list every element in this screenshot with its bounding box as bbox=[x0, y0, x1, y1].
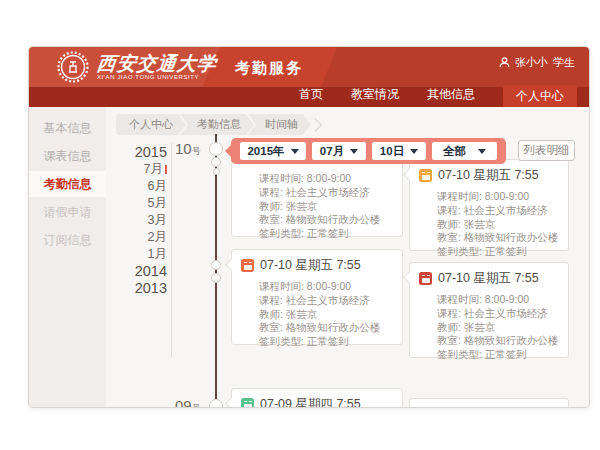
university-brand: 西安交通大学 XI'AN JIAO TONG UNIVERSITY 考勤服务 bbox=[57, 47, 303, 87]
scale-month-2[interactable]: 2月 bbox=[114, 229, 167, 246]
breadcrumb-personal-center[interactable]: 个人中心 bbox=[116, 114, 186, 135]
nav-item-classrooms[interactable]: 教室情况 bbox=[351, 86, 399, 107]
breadcrumb-chevron-icon bbox=[308, 117, 322, 131]
calendar-icon bbox=[419, 169, 432, 182]
attendance-card[interactable]: 07-10 星期五 7:55 课程时间: 8:00-9:00 课程: 社会主义市… bbox=[409, 159, 569, 251]
card-row-checkin-type: 签到类型: 正常签到 bbox=[232, 227, 402, 241]
year-dropdown[interactable]: 2015年 bbox=[240, 142, 306, 160]
day-marker-10[interactable]: 10号 bbox=[175, 140, 201, 158]
card-row-checkin-type: 签到类型: 正常签到 bbox=[232, 335, 402, 349]
attendance-card[interactable]: 07-10 星期五 7:55 课程时间: 8:00-9:00 课程: 社会主义市… bbox=[231, 249, 403, 345]
chevron-down-icon bbox=[350, 149, 358, 154]
scale-divider-line bbox=[171, 143, 172, 357]
university-logo-icon bbox=[57, 51, 89, 83]
user-menu[interactable]: 张小小 学生 bbox=[499, 55, 575, 70]
card-title: 07-10 星期五 7:55 bbox=[260, 257, 361, 274]
header-banner: 西安交通大学 XI'AN JIAO TONG UNIVERSITY 考勤服务 张… bbox=[29, 47, 589, 87]
attendance-card[interactable]: 07-10 星期五 7:55 课程时间: 8:00-9:00 课程: 社会主义市… bbox=[409, 262, 569, 358]
day-dropdown[interactable]: 10日 bbox=[372, 142, 426, 160]
content-area: 基本信息 课表信息 考勤信息 请假申请 订阅信息 个人中心 考勤信息 时间轴 2… bbox=[29, 107, 589, 407]
card-row-course-time: 课程时间: 8:00-9:00 bbox=[410, 190, 568, 204]
breadcrumb: 个人中心 考勤信息 时间轴 bbox=[116, 114, 320, 135]
scale-month-5[interactable]: 5月 bbox=[114, 195, 167, 212]
filter-bar: 2015年 07月 10日 全部 bbox=[231, 138, 506, 164]
timeline-node-card-left[interactable] bbox=[211, 260, 221, 270]
card-title: 07-10 星期五 7:55 bbox=[438, 167, 539, 184]
scale-month-1[interactable]: 1月 bbox=[114, 246, 167, 263]
university-name-en: XI'AN JIAO TONG UNIVERSITY bbox=[97, 74, 217, 80]
timeline-scale: 2015 7月 6月 5月 3月 2月 1月 2014 2013 bbox=[114, 144, 167, 297]
breadcrumb-attendance-info[interactable]: 考勤信息 bbox=[180, 114, 254, 135]
card-row-teacher: 教师: 张芸京 bbox=[410, 218, 568, 232]
card-row-classroom: 教室: 格物致知行政办公楼 bbox=[232, 321, 402, 335]
person-icon bbox=[499, 57, 510, 68]
card-row-checkin-type: 签到类型: 正常签到 bbox=[410, 245, 568, 259]
app-window: 西安交通大学 XI'AN JIAO TONG UNIVERSITY 考勤服务 张… bbox=[28, 46, 590, 408]
university-name: 西安交通大学 XI'AN JIAO TONG UNIVERSITY bbox=[97, 55, 217, 80]
user-name: 张小小 bbox=[515, 55, 548, 70]
app-title: 考勤服务 bbox=[235, 57, 303, 78]
scale-month-7[interactable]: 7月 bbox=[114, 161, 167, 178]
timeline-node-medium[interactable] bbox=[211, 157, 221, 167]
card-row-teacher: 教师: 张芸京 bbox=[232, 200, 402, 214]
scale-month-6[interactable]: 6月 bbox=[114, 178, 167, 195]
timeline-node-small[interactable] bbox=[213, 168, 220, 175]
attendance-card-partial[interactable] bbox=[409, 398, 569, 408]
card-row-course: 课程: 社会主义市场经济 bbox=[232, 186, 402, 200]
nav-item-other-info[interactable]: 其他信息 bbox=[427, 86, 475, 107]
scale-year-2015[interactable]: 2015 bbox=[114, 144, 167, 161]
user-role: 学生 bbox=[553, 55, 575, 70]
sidebar-item-basic-info[interactable]: 基本信息 bbox=[29, 115, 106, 141]
type-dropdown[interactable]: 全部 bbox=[432, 142, 497, 160]
chevron-down-icon bbox=[478, 149, 486, 154]
card-row-course: 课程: 社会主义市场经济 bbox=[410, 204, 568, 218]
timeline-node-large[interactable] bbox=[209, 142, 223, 156]
sidebar-item-leave-request[interactable]: 请假申请 bbox=[29, 199, 106, 225]
card-row-classroom: 教室: 格物致知行政办公楼 bbox=[410, 231, 568, 245]
sidebar: 基本信息 课表信息 考勤信息 请假申请 订阅信息 bbox=[29, 107, 106, 407]
university-name-zh: 西安交通大学 bbox=[96, 55, 218, 73]
card-title-row: 07-09 星期四 7:55 bbox=[232, 389, 402, 408]
card-row-course: 课程: 社会主义市场经济 bbox=[410, 307, 568, 321]
card-row-classroom: 教室: 格物致知行政办公楼 bbox=[232, 213, 402, 227]
filter-bar-tail bbox=[225, 145, 231, 157]
list-detail-button[interactable]: 列表明细 bbox=[518, 140, 575, 161]
card-title-row: 07-10 星期五 7:55 bbox=[410, 160, 568, 187]
month-dropdown[interactable]: 07月 bbox=[312, 142, 366, 160]
sidebar-item-attendance-info[interactable]: 考勤信息 bbox=[29, 171, 106, 197]
main-nav: 首页 教室情况 其他信息 个人中心 bbox=[29, 87, 589, 107]
calendar-icon bbox=[241, 398, 254, 408]
day-marker-09[interactable]: 09号 bbox=[175, 397, 201, 408]
card-row-course: 课程: 社会主义市场经济 bbox=[232, 294, 402, 308]
card-title-row: 07-10 星期五 7:55 bbox=[410, 263, 568, 290]
timeline-node-day09[interactable] bbox=[209, 399, 223, 408]
card-row-classroom: 教室: 格物致知行政办公楼 bbox=[410, 334, 568, 348]
calendar-icon bbox=[419, 272, 432, 285]
chevron-down-icon bbox=[291, 149, 299, 154]
attendance-card-partial[interactable]: 07-09 星期四 7:55 bbox=[231, 388, 403, 408]
sidebar-item-schedule-info[interactable]: 课表信息 bbox=[29, 143, 106, 169]
calendar-icon bbox=[241, 259, 254, 272]
nav-item-home[interactable]: 首页 bbox=[299, 86, 323, 107]
nav-tab-personal-center[interactable]: 个人中心 bbox=[503, 85, 577, 107]
current-month-tick bbox=[165, 165, 167, 174]
sidebar-item-subscription-info[interactable]: 订阅信息 bbox=[29, 227, 106, 253]
card-row-course-time: 课程时间: 8:00-9:00 bbox=[410, 293, 568, 307]
breadcrumb-timeline[interactable]: 时间轴 bbox=[248, 114, 311, 135]
scale-month-3[interactable]: 3月 bbox=[114, 212, 167, 229]
card-row-course-time: 课程时间: 8:00-9:00 bbox=[232, 172, 402, 186]
timeline-node-card-right[interactable] bbox=[211, 273, 221, 283]
card-row-course-time: 课程时间: 8:00-9:00 bbox=[232, 280, 402, 294]
chevron-down-icon bbox=[410, 149, 418, 154]
card-row-teacher: 教师: 张芸京 bbox=[410, 321, 568, 335]
card-title: 07-10 星期五 7:55 bbox=[438, 270, 539, 287]
card-title-row: 07-10 星期五 7:55 bbox=[232, 250, 402, 277]
card-title: 07-09 星期四 7:55 bbox=[260, 396, 361, 408]
card-row-checkin-type: 签到类型: 正常签到 bbox=[410, 348, 568, 362]
scale-year-2014[interactable]: 2014 bbox=[114, 263, 167, 280]
card-row-teacher: 教师: 张芸京 bbox=[232, 308, 402, 322]
scale-year-2013[interactable]: 2013 bbox=[114, 280, 167, 297]
